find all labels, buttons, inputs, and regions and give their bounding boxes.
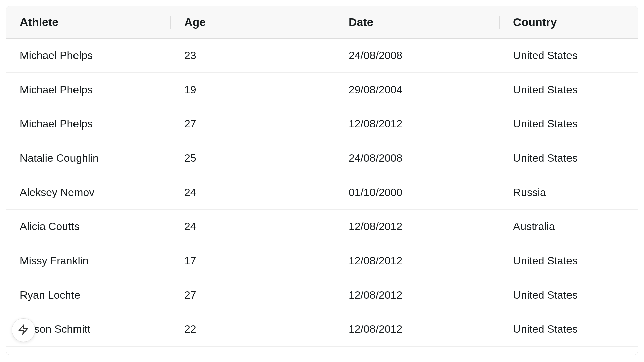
cell-age[interactable]: 27 [171,278,335,312]
cell-date[interactable]: 12/08/2012 [335,107,500,141]
header-row: Athlete Age Date Country [6,6,638,39]
cell-athlete[interactable]: Aleksey Nemov [6,175,171,209]
cell-country[interactable]: Russia [500,175,638,209]
cell-age[interactable]: 24 [171,210,335,244]
cell-date[interactable]: 12/08/2012 [335,210,500,244]
cell-country[interactable]: United States [500,73,638,107]
cell-age[interactable]: 27 [171,107,335,141]
table-row[interactable]: Allison Schmitt2212/08/2012United States [6,312,638,347]
cell-country[interactable]: United States [500,39,638,72]
column-header-age[interactable]: Age [171,6,335,38]
cell-athlete[interactable]: Missy Franklin [6,244,171,278]
cell-date[interactable]: 29/08/2004 [335,73,500,107]
table-row[interactable]: Michael Phelps2324/08/2008United States [6,39,638,73]
cell-age[interactable]: 25 [171,141,335,175]
action-button[interactable] [12,318,35,342]
cell-age[interactable]: 24 [171,175,335,209]
cell-country[interactable]: United States [500,141,638,175]
table-row[interactable]: Alicia Coutts2412/08/2012Australia [6,210,638,244]
cell-athlete[interactable]: Michael Phelps [6,73,171,107]
cell-athlete[interactable]: Alicia Coutts [6,210,171,244]
cell-country[interactable]: Australia [500,210,638,244]
cell-date[interactable]: 01/10/2000 [335,175,500,209]
cell-age[interactable]: 22 [171,312,335,346]
cell-date[interactable]: 12/08/2012 [335,312,500,346]
cell-country[interactable]: United States [500,312,638,346]
cell-athlete[interactable]: Ryan Lochte [6,278,171,312]
grid-body[interactable]: Michael Phelps2324/08/2008United StatesM… [6,39,638,355]
table-row[interactable]: Michael Phelps2712/08/2012United States [6,107,638,141]
svg-marker-0 [19,325,28,334]
table-row[interactable]: Michael Phelps1929/08/2004United States [6,73,638,107]
cell-country[interactable]: United States [500,278,638,312]
cell-athlete[interactable]: Michael Phelps [6,39,171,72]
table-row[interactable]: Aleksey Nemov2401/10/2000Russia [6,175,638,210]
cell-country[interactable]: United States [500,107,638,141]
data-grid: Athlete Age Date Country Michael Phelps2… [6,6,638,355]
cell-athlete[interactable]: Natalie Coughlin [6,141,171,175]
cell-date[interactable]: 12/08/2012 [335,278,500,312]
cell-age[interactable]: 19 [171,73,335,107]
table-row[interactable]: Ryan Lochte2712/08/2012United States [6,278,638,312]
cell-country[interactable]: United States [500,244,638,278]
table-row[interactable]: Natalie Coughlin2524/08/2008United State… [6,141,638,175]
cell-athlete[interactable]: Michael Phelps [6,107,171,141]
column-header-date[interactable]: Date [335,6,500,38]
cell-date[interactable]: 24/08/2008 [335,39,500,72]
lightning-icon [18,324,29,336]
cell-age[interactable]: 17 [171,244,335,278]
column-header-athlete[interactable]: Athlete [6,6,171,38]
column-header-country[interactable]: Country [500,6,638,38]
cell-age[interactable]: 23 [171,39,335,72]
cell-date[interactable]: 12/08/2012 [335,244,500,278]
cell-date[interactable]: 24/08/2008 [335,141,500,175]
table-row[interactable]: Missy Franklin1712/08/2012United States [6,244,638,278]
